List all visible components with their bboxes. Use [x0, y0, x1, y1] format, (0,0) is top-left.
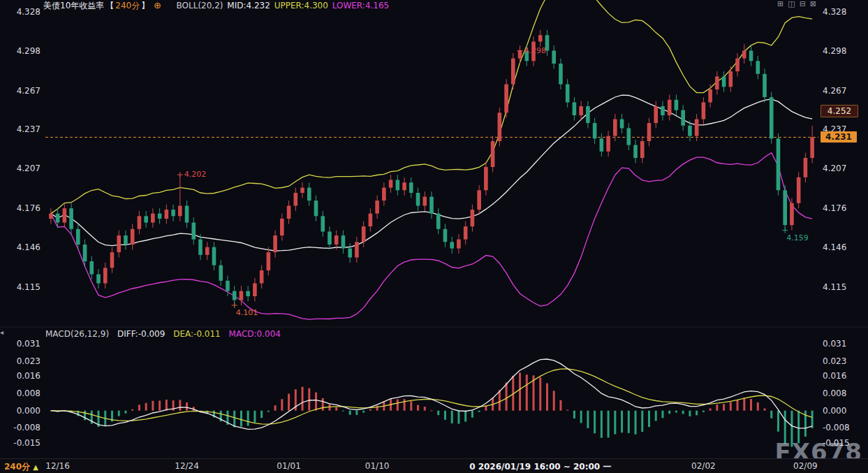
- window-close-icon[interactable]: ⊠: [810, 0, 816, 8]
- candle-body: [321, 216, 325, 231]
- macd-histogram-bar: [417, 405, 419, 411]
- macd-histogram-bar: [777, 411, 779, 432]
- candle-body: [246, 291, 250, 296]
- macd-histogram-bar: [621, 411, 623, 432]
- macd-histogram-bar: [288, 394, 290, 411]
- macd-histogram-bar: [253, 411, 256, 423]
- candle-body: [219, 265, 223, 281]
- axis-tick-label: 0.008: [17, 388, 41, 398]
- candle-body: [777, 138, 781, 190]
- candle-body: [198, 240, 203, 255]
- candle-body: [620, 119, 624, 129]
- axis-tick-label: 4.298: [17, 46, 41, 56]
- axis-tick-label: 4.328: [823, 7, 846, 17]
- candle-body: [273, 235, 277, 252]
- macd-histogram-bar: [519, 373, 521, 411]
- macd-histogram-bar: [587, 411, 589, 428]
- candle-body: [144, 216, 148, 222]
- candle-body: [205, 247, 209, 255]
- candle-body: [804, 158, 808, 177]
- candle-body: [735, 59, 740, 72]
- macd-histogram-bar: [553, 391, 555, 410]
- window-cascade-icon[interactable]: ⊟: [800, 0, 806, 8]
- candle-body: [294, 193, 298, 206]
- macd-histogram-bar: [594, 411, 596, 434]
- price-annotation: 4.202: [184, 170, 207, 179]
- window-grid-icon[interactable]: ⊞: [777, 0, 784, 8]
- axis-tick-label: 4.146: [17, 242, 41, 252]
- candle-body: [49, 214, 53, 219]
- collapse-pane-icon[interactable]: ◂: [0, 328, 3, 336]
- candle-body: [647, 123, 652, 141]
- candle-body: [511, 59, 515, 85]
- candle-body: [185, 206, 189, 223]
- macd-histogram-bar: [424, 407, 426, 411]
- axis-tick-label: 0.008: [823, 388, 846, 398]
- candle-body: [722, 77, 726, 87]
- macd-histogram-bar: [349, 411, 351, 415]
- window-tile-icon[interactable]: ◫: [788, 0, 795, 8]
- candle-body: [702, 103, 706, 119]
- candle-body: [267, 252, 271, 270]
- macd-histogram-bar: [573, 411, 575, 419]
- axis-tick-label: 4.267: [17, 86, 41, 96]
- macd-histogram-bar: [601, 411, 603, 438]
- candle-body: [328, 232, 332, 245]
- candle-body: [464, 226, 468, 240]
- diff-line: [51, 359, 812, 429]
- candle-body: [443, 229, 448, 242]
- candle-body: [783, 190, 787, 225]
- candle-body: [552, 51, 556, 64]
- candle-body: [640, 141, 645, 158]
- macd-histogram-bar: [471, 411, 473, 418]
- up-arrow-icon: ▲: [33, 463, 38, 471]
- candle-body: [675, 100, 679, 110]
- candle-body: [477, 190, 481, 210]
- macd-histogram-bar: [437, 411, 439, 415]
- macd-histogram-bar: [179, 400, 181, 410]
- candle-body: [341, 235, 346, 249]
- macd-histogram-bar: [342, 411, 344, 412]
- macd-histogram-bar: [723, 404, 725, 410]
- time-axis-label: 0 2026/01/19 16:00 ~ 20:00 一: [469, 461, 611, 473]
- macd-histogram-bar: [464, 411, 466, 422]
- macd-legend: MACD(26,12,9) DIFF:-0.009 DEA:-0.011 MAC…: [45, 329, 286, 339]
- footer-period-button[interactable]: 240分 ▲: [4, 461, 38, 473]
- add-indicator-icon[interactable]: ⊕: [154, 0, 161, 10]
- chart-title: 美债10年收益率: [43, 1, 104, 10]
- chart-canvas[interactable]: 4.2024.2984.1014.159: [0, 0, 868, 473]
- candle-body: [396, 180, 400, 191]
- macd-histogram-bar: [770, 411, 772, 419]
- candle-body: [715, 77, 719, 90]
- candle-body: [83, 245, 87, 261]
- candle-body: [314, 201, 318, 216]
- candle-body: [708, 89, 712, 103]
- candle-body: [233, 291, 237, 300]
- time-axis-label: 01/10: [365, 461, 390, 471]
- macd-histogram-bar: [335, 407, 337, 411]
- candle-body: [790, 203, 794, 225]
- axis-tick-label: -0.015: [823, 438, 850, 448]
- bracket-close: 】: [141, 1, 149, 10]
- price-annotation: 4.298: [524, 46, 547, 55]
- macd-histogram-bar: [737, 400, 739, 411]
- macd-histogram-bar: [444, 411, 446, 420]
- candle-body: [171, 210, 175, 216]
- macd-histogram-bar: [159, 400, 161, 410]
- boll-upper-value: UPPER:4.300: [274, 1, 328, 10]
- macd-histogram-bar: [308, 388, 310, 411]
- axis-tick-label: 4.176: [17, 203, 41, 213]
- macd-histogram-bar: [559, 400, 561, 411]
- candle-body: [436, 214, 441, 229]
- macd-histogram-bar: [186, 402, 188, 411]
- axis-tick-label: 0.031: [17, 339, 41, 349]
- candle-body: [131, 229, 135, 245]
- macd-histogram-bar: [641, 411, 643, 432]
- candle-body: [593, 123, 597, 138]
- macd-histogram-bar: [682, 411, 684, 414]
- axis-tick-label: 0.031: [823, 339, 846, 349]
- candle-body: [729, 71, 733, 87]
- candle-body: [606, 136, 610, 152]
- macd-histogram-bar: [274, 405, 277, 410]
- macd-histogram-bar: [608, 411, 610, 438]
